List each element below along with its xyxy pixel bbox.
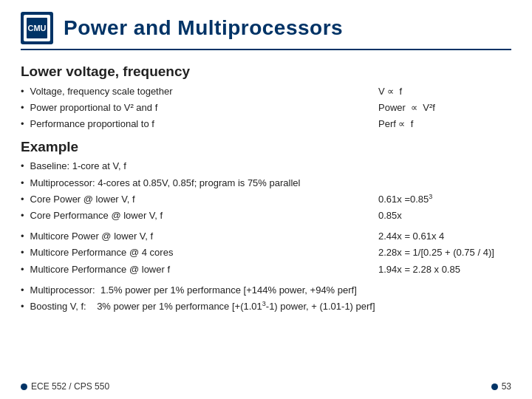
bullet-icon: • [21, 100, 24, 115]
list-item: • Multicore Performance @ 4 cores 2.28x … [21, 245, 511, 260]
list-item: • Core Power @ lower V, f 0.61x =0.853 [21, 192, 511, 207]
bullet-right: 2.28x = 1/[0.25 + (0.75 / 4)] [378, 245, 511, 260]
bullet-text: Performance proportional to f [30, 117, 366, 132]
list-item: • Multiprocessor: 1.5% power per 1% perf… [21, 283, 511, 298]
example-group2: • Multicore Power @ lower V, f 2.44x = 0… [21, 229, 511, 276]
section-example: Example • Baseline: 1-core at V, f • Mul… [21, 139, 511, 314]
slide: CMU Power and Multiprocessors Lower volt… [0, 0, 532, 399]
list-item: • Multiprocessor: 4-cores at 0.85V, 0.85… [21, 176, 511, 191]
list-item: • Multicore Performance @ lower f 1.94x … [21, 262, 511, 277]
example-group3: • Multiprocessor: 1.5% power per 1% perf… [21, 283, 511, 315]
bullet-right: 2.44x = 0.61x 4 [378, 229, 511, 244]
bullet-icon: • [21, 245, 24, 260]
svg-text:CMU: CMU [27, 24, 46, 33]
footer-course: ECE 552 / CPS 550 [31, 381, 109, 392]
list-item: • Performance proportional to f Perf ∝ f [21, 117, 511, 132]
bullet-right: Perf ∝ f [378, 117, 511, 132]
list-item: • Multicore Power @ lower V, f 2.44x = 0… [21, 229, 511, 244]
slide-number: 53 [502, 381, 511, 392]
bullet-text: Boosting V, f: 3% power per 1% performan… [30, 299, 511, 314]
footer-right: 53 [491, 381, 511, 392]
university-logo: CMU [21, 12, 53, 44]
bullet-text: Multicore Power @ lower V, f [30, 229, 366, 244]
bullet-text: Multiprocessor: 4-cores at 0.85V, 0.85f;… [30, 176, 366, 191]
bullet-text: Multiprocessor: 1.5% power per 1% perfor… [30, 283, 511, 298]
list-item: • Boosting V, f: 3% power per 1% perform… [21, 299, 511, 314]
slide-footer: ECE 552 / CPS 550 53 [21, 381, 511, 392]
bullet-right: V ∝ f [378, 84, 511, 99]
bullet-text: Core Performance @ lower V, f [30, 208, 366, 223]
footer-dot-icon-right [491, 383, 498, 390]
bullet-icon: • [21, 176, 24, 191]
bullet-icon: • [21, 192, 24, 207]
bullet-right: 1.94x = 2.28 x 0.85 [378, 262, 511, 277]
list-item: • Baseline: 1-core at V, f [21, 159, 511, 174]
slide-header: CMU Power and Multiprocessors [21, 12, 511, 50]
bullet-icon: • [21, 262, 24, 277]
bullet-icon: • [21, 208, 24, 223]
footer-left: ECE 552 / CPS 550 [21, 381, 109, 392]
bullet-text: Core Power @ lower V, f [30, 192, 366, 207]
bullet-right: Power ∝ V²f [378, 100, 511, 115]
bullet-text: Power proportional to V² and f [30, 100, 366, 115]
bullet-icon: • [21, 159, 24, 174]
bullet-icon: • [21, 84, 24, 99]
footer-dot-icon [21, 383, 27, 390]
bullet-text: Voltage, frequency scale together [30, 84, 366, 99]
bullet-icon: • [21, 299, 24, 314]
bullet-text: Multicore Performance @ lower f [30, 262, 366, 277]
bullet-icon: • [21, 283, 24, 298]
bullet-icon: • [21, 229, 24, 244]
section1-title: Lower voltage, frequency [21, 64, 511, 80]
bullet-text: Multicore Performance @ 4 cores [30, 245, 366, 260]
list-item: • Voltage, frequency scale together V ∝ … [21, 84, 511, 99]
slide-title: Power and Multiprocessors [64, 16, 343, 40]
bullet-icon: • [21, 117, 24, 132]
section-lower-voltage: Lower voltage, frequency • Voltage, freq… [21, 64, 511, 132]
bullet-right: 0.61x =0.853 [378, 192, 511, 207]
bullet-text: Baseline: 1-core at V, f [30, 159, 366, 174]
list-item: • Power proportional to V² and f Power ∝… [21, 100, 511, 115]
list-item: • Core Performance @ lower V, f 0.85x [21, 208, 511, 223]
example-group1: • Baseline: 1-core at V, f • Multiproces… [21, 159, 511, 223]
bullet-right: 0.85x [378, 208, 511, 223]
section2-title: Example [21, 139, 511, 155]
